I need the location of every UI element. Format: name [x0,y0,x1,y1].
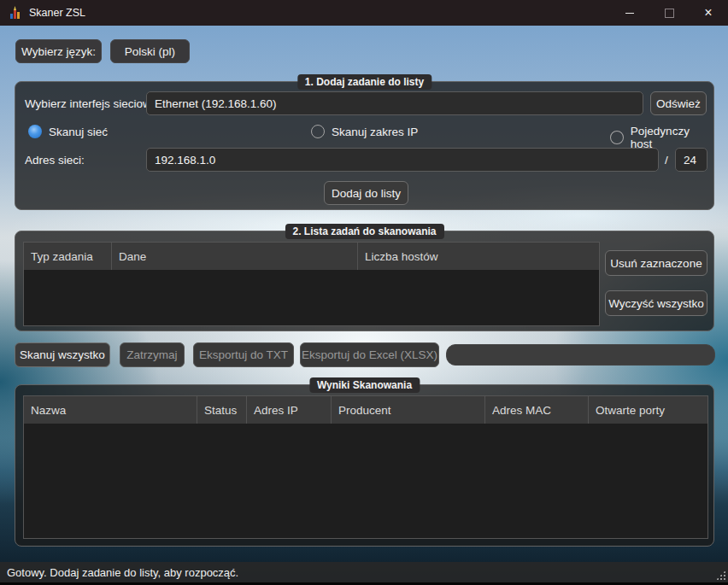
radio-scan-range[interactable]: Skanuj zakres IP [311,125,418,138]
radio-single-host[interactable]: Pojedynczy host [610,125,713,150]
column-header-task-type[interactable]: Typ zadania [24,243,112,270]
clear-all-button[interactable]: Wyczyść wszystko [605,290,707,316]
radio-scan-network[interactable]: Skanuj sieć [28,125,108,138]
mask-input[interactable]: 24 [675,148,707,172]
task-list-group-title: 2. Lista zadań do skanowania [285,224,443,239]
interface-label: Wybierz interfejs sieciowy: [25,97,160,110]
close-button[interactable]: × [689,0,728,26]
language-label-button[interactable]: Wybierz język: [15,39,102,63]
column-header-ip[interactable]: Adres IP [247,396,332,424]
column-header-mac[interactable]: Adres MAC [485,396,589,424]
radio-label-single-host: Pojedynczy host [631,125,713,150]
stop-button[interactable]: Zatrzymaj [120,342,185,367]
column-header-open-ports[interactable]: Otwarte porty [589,396,707,424]
column-header-data[interactable]: Dane [112,243,358,270]
progress-bar [446,344,715,366]
results-group: Wyniki Skanowania Nazwa Status Adres IP … [15,384,714,547]
status-bar: Gotowy. Dodaj zadanie do listy, aby rozp… [0,562,728,582]
interface-combobox[interactable]: Ethernet (192.168.1.60) [146,91,643,115]
results-table-body[interactable] [24,424,707,538]
address-label: Adres sieci: [25,154,85,167]
task-table: Typ zadania Dane Liczba hostów [23,242,600,326]
maximize-icon [665,9,674,18]
mask-separator: / [665,154,668,167]
app-window: Skaner ZSL × Wybierz język: Polski (pl) … [0,0,728,585]
title-bar[interactable]: Skaner ZSL × [0,0,728,26]
radio-icon-scan-range[interactable] [311,125,325,138]
results-group-title: Wyniki Skanowania [309,377,420,393]
radio-label-scan-range: Skanuj zakres IP [332,126,418,138]
minimize-button[interactable] [610,0,649,26]
radio-icon-scan-network[interactable] [28,125,42,138]
results-table-header: Nazwa Status Adres IP Producent Adres MA… [24,396,707,424]
radio-icon-single-host[interactable] [610,131,624,144]
task-table-header: Typ zadania Dane Liczba hostów [24,243,599,270]
resize-grip-icon[interactable] [716,570,725,580]
export-xlsx-button[interactable]: Eksportuj do Excel (XLSX) [300,342,439,367]
minimize-icon [625,13,634,14]
add-task-group: 1. Dodaj zadanie do listy Wybierz interf… [15,81,714,210]
column-header-vendor[interactable]: Producent [332,396,485,424]
task-list-group: 2. Lista zadań do skanowania Typ zadania… [15,231,714,331]
address-input[interactable]: 192.168.1.0 [146,148,659,172]
language-select[interactable]: Polski (pl) [110,39,190,63]
column-header-name[interactable]: Nazwa [24,396,197,424]
column-header-host-count[interactable]: Liczba hostów [358,243,599,270]
maximize-button[interactable] [649,0,689,26]
scan-all-button[interactable]: Skanuj wszystko [15,342,110,367]
close-icon: × [704,6,712,20]
status-text: Gotowy. Dodaj zadanie do listy, aby rozp… [7,566,238,579]
app-icon [9,6,21,20]
export-txt-button[interactable]: Eksportuj do TXT [193,342,294,367]
window-title: Skaner ZSL [29,7,85,19]
refresh-button[interactable]: Odśwież [650,91,707,115]
radio-label-scan-network: Skanuj sieć [49,126,108,138]
add-task-group-title: 1. Dodaj zadanie do listy [297,74,432,90]
column-header-status[interactable]: Status [197,396,247,424]
window-controls: × [610,0,728,26]
remove-selected-button[interactable]: Usuń zaznaczone [605,250,707,276]
task-table-body[interactable] [24,270,599,325]
results-table: Nazwa Status Adres IP Producent Adres MA… [23,395,708,539]
add-to-list-button[interactable]: Dodaj do listy [324,181,408,205]
